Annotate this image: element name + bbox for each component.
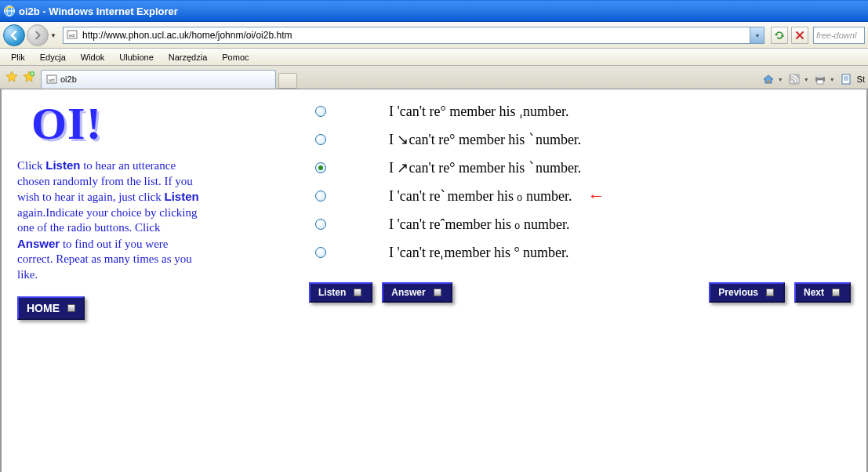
menu-item-plik[interactable]: Plik (5, 51, 31, 64)
option-row: I 'can't reˌmember his ° number. (315, 238, 851, 267)
option-text: I 'can't reˆmember his ₀ number. (389, 216, 569, 233)
address-input[interactable] (81, 28, 750, 42)
instructions-text: Click Listen to hear an utterance chosen… (17, 158, 205, 282)
print-icon[interactable] (814, 73, 826, 85)
stop-button[interactable] (791, 27, 808, 44)
svg-rect-11 (817, 74, 823, 78)
menu-item-pomoc[interactable]: Pomoc (216, 51, 255, 64)
refresh-icon (774, 30, 785, 41)
chevron-down-icon[interactable]: ▼ (778, 77, 783, 82)
home-button[interactable]: HOME (17, 296, 85, 320)
page-menu-label[interactable]: St (857, 74, 865, 84)
refresh-button[interactable] (771, 27, 788, 44)
command-bar: ▼ ▼ ▼ St (762, 73, 865, 89)
button-square-icon (832, 289, 840, 296)
ie-icon (3, 5, 16, 17)
navigation-toolbar: ▼ ucl ▾ free-downl (0, 22, 868, 49)
option-radio-5[interactable] (315, 247, 326, 258)
browser-tab[interactable]: ucl oi2b (41, 70, 276, 89)
arrow-left-icon (9, 30, 20, 41)
menu-bar: PlikEdycjaWidokUlubioneNarzędziaPomoc (0, 49, 868, 66)
svg-text:ucl: ucl (49, 78, 55, 82)
option-row: I 'can't reˆmember his ₀ number. (315, 210, 851, 238)
previous-button[interactable]: Previous (709, 282, 785, 303)
svg-rect-7 (768, 80, 769, 83)
svg-point-9 (790, 81, 793, 83)
next-label: Next (804, 287, 824, 298)
svg-rect-13 (842, 74, 850, 84)
button-square-icon (67, 304, 75, 312)
tab-label: oi2b (60, 74, 77, 84)
favorites-star-icon[interactable] (5, 70, 19, 84)
add-favorite-icon[interactable] (22, 70, 36, 84)
option-row: I 'can't re° member his ˌnumber. (315, 97, 851, 125)
window-titlebar: oi2b - Windows Internet Explorer (0, 0, 868, 22)
answer-button[interactable]: Answer (382, 282, 452, 303)
menu-item-ulubione[interactable]: Ulubione (113, 51, 159, 64)
address-bar[interactable]: ucl ▾ (63, 27, 764, 44)
option-text: I 'can't reˋmember his ₀ number. (389, 187, 572, 205)
page-favicon-small: ucl (46, 74, 57, 85)
page-logo: OI! (31, 97, 205, 150)
previous-label: Previous (718, 287, 758, 298)
next-button[interactable]: Next (794, 282, 851, 303)
home-button-label: HOME (27, 302, 60, 314)
button-square-icon (766, 289, 774, 296)
option-row: I ↘can't re° member his ˋnumber. (315, 125, 851, 154)
option-text: I ↘can't re° member his ˋnumber. (389, 131, 581, 148)
page-favicon: ucl (66, 29, 78, 42)
option-radio-1[interactable] (315, 134, 326, 145)
search-placeholder: free-downl (816, 31, 856, 40)
home-icon[interactable] (762, 73, 775, 85)
feeds-icon[interactable] (788, 73, 801, 85)
listen-label: Listen (318, 287, 346, 298)
listen-button[interactable]: Listen (309, 282, 372, 303)
new-tab-button[interactable] (278, 73, 297, 89)
button-square-icon (354, 289, 361, 296)
search-box[interactable]: free-downl (813, 27, 865, 44)
stop-icon (795, 31, 804, 40)
address-dropdown[interactable]: ▾ (750, 27, 764, 43)
menu-item-narzędzia[interactable]: Narzędzia (162, 51, 214, 64)
option-radio-3[interactable] (315, 191, 326, 202)
right-column: I 'can't re° member his ˌnumber.I ↘can't… (205, 97, 851, 464)
page-content: OI! Click Listen to hear an utterance ch… (0, 89, 868, 472)
option-row: I ↗can't re° member his ˋnumber. (315, 154, 851, 182)
chevron-down-icon[interactable]: ▼ (804, 77, 809, 82)
option-text: I 'can't re° member his ˌnumber. (389, 103, 569, 120)
forward-button[interactable] (27, 24, 49, 46)
answer-label: Answer (391, 287, 425, 298)
option-text: I ↗can't re° member his ˋnumber. (389, 159, 581, 176)
arrow-right-icon (33, 31, 42, 40)
option-radio-4[interactable] (315, 219, 326, 230)
button-square-icon (434, 289, 441, 296)
pointer-arrow-icon: ← (587, 186, 605, 206)
back-button[interactable] (3, 24, 25, 46)
button-row: Listen Answer Previous Next (309, 282, 851, 303)
chevron-down-icon[interactable]: ▼ (830, 77, 835, 82)
svg-rect-12 (817, 80, 823, 84)
option-row: I 'can't reˋmember his ₀ number.← (315, 182, 851, 210)
option-radio-0[interactable] (315, 106, 326, 117)
option-radio-2[interactable] (315, 162, 326, 173)
menu-item-edycja[interactable]: Edycja (34, 51, 72, 64)
page-menu-icon[interactable] (840, 73, 852, 85)
option-text: I 'can't reˌmember his ° number. (389, 244, 569, 261)
tab-toolbar: ucl oi2b ▼ ▼ ▼ St (0, 66, 868, 89)
nav-history-dropdown[interactable]: ▼ (50, 32, 58, 39)
menu-item-widok[interactable]: Widok (74, 51, 111, 64)
svg-text:ucl: ucl (69, 33, 75, 38)
left-column: OI! Click Listen to hear an utterance ch… (17, 97, 205, 464)
window-title: oi2b - Windows Internet Explorer (19, 5, 178, 17)
